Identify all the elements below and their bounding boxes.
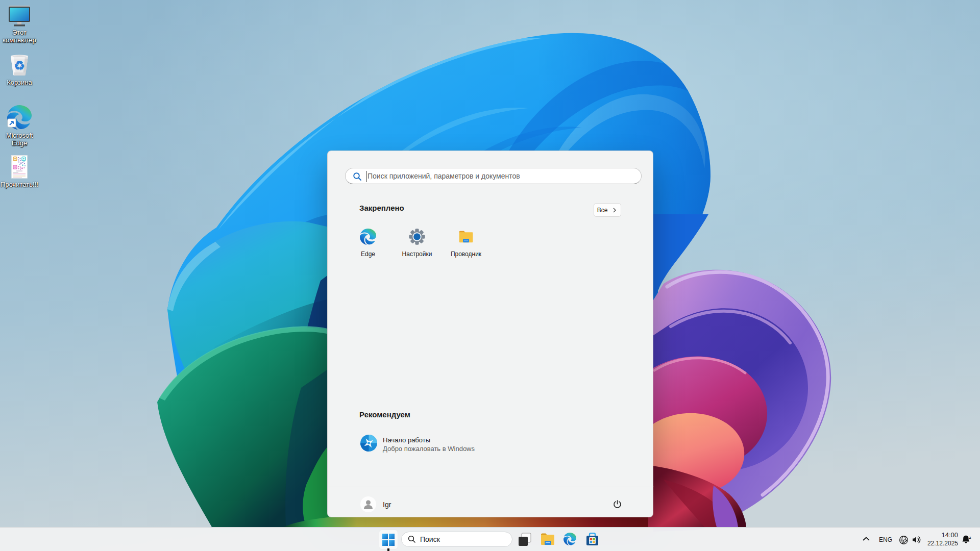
svg-text:♻: ♻ bbox=[14, 59, 25, 72]
svg-text:z: z bbox=[969, 535, 971, 540]
